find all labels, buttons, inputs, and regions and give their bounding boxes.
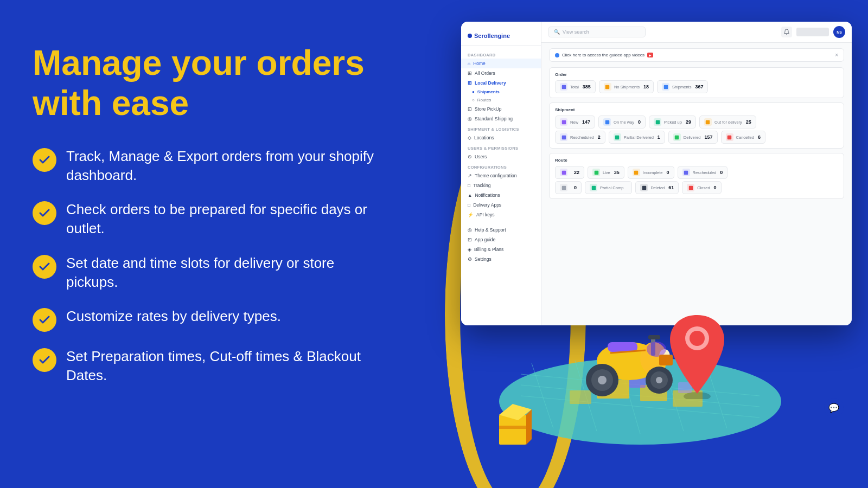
- sidebar-item-locations[interactable]: ◇ Locations: [461, 133, 541, 143]
- orders-icon: ⊞: [468, 70, 472, 76]
- stat-label: Delivered: [684, 135, 701, 140]
- svg-rect-47: [651, 337, 655, 356]
- svg-line-51: [610, 350, 646, 353]
- stat-value: 1: [658, 134, 660, 140]
- sidebar-item-home[interactable]: ⌂ Home: [461, 59, 541, 68]
- svg-rect-10: [727, 135, 732, 139]
- sidebar-item-notifications[interactable]: ▲ Notifications: [461, 190, 541, 200]
- stat-icon: [662, 83, 669, 91]
- stat-card-shipment-row2-3[interactable]: Cancelled 6: [721, 131, 765, 144]
- sidebar-item-billing[interactable]: ◈ Billing & Plans: [461, 245, 541, 254]
- order-stats-row: Total 385 No Shipments 18 Shipments 367: [555, 80, 838, 93]
- stat-value: 0: [666, 170, 669, 175]
- sidebar-item-app-guide[interactable]: ⊡ App guide: [461, 235, 541, 245]
- sidebar-item-local-delivery[interactable]: ⊞ Local Delivery: [461, 78, 541, 88]
- order-stat-1[interactable]: No Shipments 18: [599, 80, 654, 93]
- sidebar-item-help[interactable]: ◎ Help & Support: [461, 225, 541, 235]
- stat-card-route-row2-2[interactable]: Deleted 61: [635, 181, 679, 194]
- app-screenshot-panel: Scrollengine Dashboard ⌂ Home ⊞ All Orde…: [461, 22, 852, 325]
- guide-banner-left: Click here to access the guided app vide…: [555, 53, 653, 57]
- sidebar-item-all-orders[interactable]: ⊞ All Orders: [461, 68, 541, 78]
- stat-icon: [633, 169, 640, 176]
- stat-icon: [604, 83, 611, 91]
- stat-value: 6: [758, 134, 761, 140]
- sidebar-item-settings[interactable]: ⚙ Settings: [461, 254, 541, 264]
- main-title: Manage your orders with ease: [33, 43, 380, 123]
- stat-card-route-row2-3[interactable]: Closed 0: [682, 181, 721, 194]
- sidebar-item-standard-shipping[interactable]: ◎ Standard Shipping: [461, 114, 541, 124]
- stat-card-shipment-row1-0[interactable]: New 147: [555, 115, 595, 129]
- stat-card-route-row2-1[interactable]: Partial Comp: [585, 181, 632, 194]
- svg-line-27: [705, 361, 727, 428]
- order-section-title: Order: [555, 72, 838, 77]
- topbar-right: NS: [781, 26, 845, 38]
- stat-card-shipment-row2-0[interactable]: Rescheduled 2: [555, 131, 605, 144]
- stat-value: 157: [705, 134, 713, 140]
- stat-card-shipment-row2-2[interactable]: Delivered 157: [668, 131, 718, 144]
- stat-icon: [560, 83, 567, 91]
- order-stats-section: Order Total 385 No Shipments 18 Shipment…: [549, 67, 844, 98]
- svg-point-46: [656, 377, 662, 383]
- svg-rect-15: [561, 185, 566, 190]
- stat-value: 0: [638, 119, 641, 125]
- check-icon-2: [33, 201, 56, 225]
- stat-card-route-row1-1[interactable]: Live 35: [588, 166, 624, 179]
- info-dot-icon: [555, 53, 559, 57]
- guide-icon: ⊡: [468, 237, 472, 242]
- stat-card-route-row1-2[interactable]: Incomplete 0: [628, 166, 674, 179]
- search-placeholder: View search: [563, 29, 589, 35]
- stat-value: 29: [686, 119, 691, 125]
- sidebar-item-api-keys[interactable]: ⚡ API keys: [461, 210, 541, 220]
- sidebar-sub-routes[interactable]: ○ Routes: [461, 96, 541, 104]
- order-stat-2[interactable]: Shipments 367: [657, 80, 708, 93]
- svg-point-41: [586, 364, 618, 396]
- shipment-section-title: Shipment: [555, 107, 838, 112]
- sidebar-item-store-pickup[interactable]: ⊡ Store PickUp: [461, 104, 541, 114]
- stat-card-route-row1-3[interactable]: Rescheduled 0: [678, 166, 728, 179]
- sidebar-item-theme[interactable]: ↗ Theme configuration: [461, 171, 541, 181]
- stat-label: No Shipments: [614, 85, 640, 89]
- sidebar-item-tracking[interactable]: □ Tracking: [461, 181, 541, 190]
- svg-point-49: [659, 349, 670, 362]
- app-logo: Scrollengine: [461, 28, 541, 46]
- stat-label: Rescheduled: [693, 170, 717, 175]
- topbar-bell-icon[interactable]: [781, 27, 792, 37]
- svg-rect-0: [561, 85, 566, 89]
- stat-card-shipment-row2-1[interactable]: Partial Delivered 1: [609, 131, 665, 144]
- sidebar-item-delivery-apps[interactable]: □ Delivery Apps: [461, 200, 541, 210]
- home-icon: ⌂: [468, 61, 470, 66]
- stat-card-shipment-row1-3[interactable]: Out for delivery 25: [699, 115, 756, 129]
- svg-rect-7: [561, 135, 566, 139]
- stat-value: 367: [695, 84, 703, 89]
- left-panel: Manage your orders with ease Track, Mana…: [33, 43, 380, 385]
- svg-rect-30: [673, 390, 703, 407]
- svg-line-25: [618, 359, 640, 434]
- search-box[interactable]: 🔍 View search: [548, 27, 646, 37]
- svg-rect-33: [678, 382, 692, 393]
- guide-banner-text[interactable]: Click here to access the guided app vide…: [562, 53, 644, 57]
- stat-card-shipment-row1-1[interactable]: On the way 0: [598, 115, 646, 129]
- stat-label: Deleted: [650, 185, 665, 190]
- order-stat-0[interactable]: Total 385: [555, 80, 596, 93]
- stat-label: Partial Delivered: [624, 135, 654, 140]
- route-stats-row2: 0 Partial Comp Deleted 61 Closed 0: [555, 181, 838, 194]
- stat-card-route-row1-0[interactable]: 22: [555, 166, 584, 179]
- stat-icon: [560, 118, 567, 126]
- user-avatar[interactable]: NS: [833, 26, 845, 38]
- stat-icon: [687, 184, 694, 191]
- stat-icon: [590, 184, 597, 191]
- shipment-stats-section: Shipment New 147 On the way 0 Picked up …: [549, 102, 844, 149]
- stat-value: 385: [583, 84, 591, 89]
- stat-value: 22: [574, 170, 579, 175]
- feature-item-1: Track, Manage & Export orders from your …: [33, 147, 380, 185]
- close-banner-button[interactable]: ×: [835, 52, 838, 58]
- sidebar-item-users[interactable]: ⊙ Users: [461, 152, 541, 162]
- stat-label: Live: [603, 170, 610, 175]
- stat-card-shipment-row1-2[interactable]: Picked up 29: [649, 115, 696, 129]
- chat-bubble[interactable]: 💬: [824, 398, 844, 418]
- stat-value: 0: [720, 170, 723, 175]
- stat-value: 0: [574, 185, 577, 190]
- sidebar-sub-shipments[interactable]: ● Shipments: [461, 88, 541, 96]
- feature-item-3: Set date and time slots for delivery or …: [33, 254, 380, 292]
- stat-card-route-row2-0[interactable]: 0: [555, 181, 582, 194]
